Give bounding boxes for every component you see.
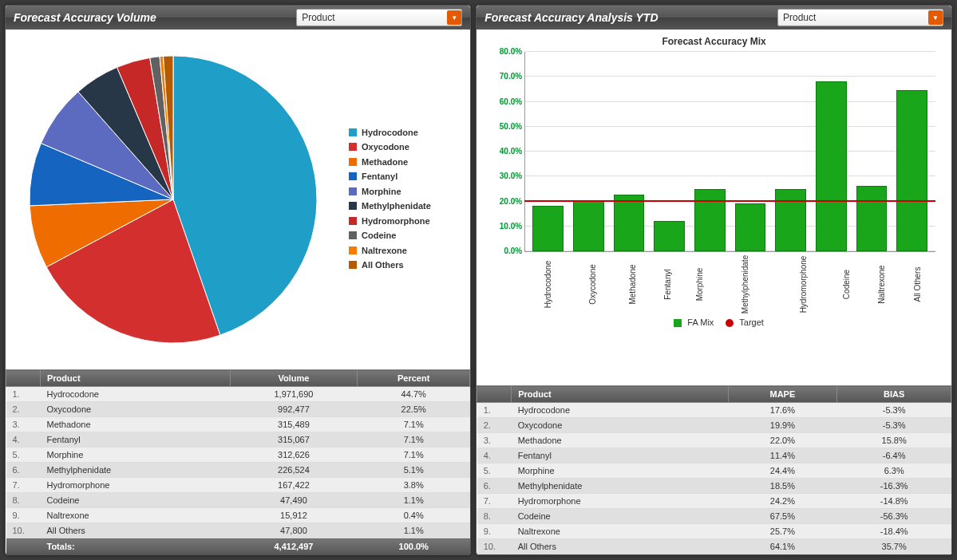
table-row: 8.Codeine67.5%-56.3%: [477, 509, 951, 524]
legend-swatch-icon: [349, 231, 357, 239]
table-row: 4.Fentanyl315,0677.1%: [6, 432, 470, 448]
dropdown-value: Product: [302, 12, 334, 23]
pie-legend: HydrocodoneOxycodoneMethadoneFentanylMor…: [349, 126, 431, 274]
legend-swatch-icon: [349, 143, 357, 151]
bar-chart: Forecast Accuracy Mix 0.0%10.0%20.0%30.0…: [477, 30, 951, 385]
x-axis-label: All Others: [888, 267, 948, 302]
legend-swatch-icon: [349, 172, 357, 180]
forecast-accuracy-analysis-panel: Forecast Accuracy Analysis YTD Product ▼…: [476, 5, 952, 555]
chevron-down-icon: ▼: [447, 10, 461, 25]
bar-chart-title: Forecast Accuracy Mix: [477, 36, 951, 47]
bar: [573, 200, 604, 251]
totals-percent: 100.0%: [358, 538, 470, 555]
legend-fa: FA Mix: [687, 317, 714, 327]
mape-table: Product MAPE BIAS 1.Hydrocodone17.6%-5.3…: [477, 385, 951, 554]
panel-header-right: Forecast Accuracy Analysis YTD Product ▼: [477, 6, 951, 30]
legend-item: All Others: [349, 258, 431, 272]
legend-item: Methadone: [349, 156, 431, 169]
col-percent: Percent: [358, 370, 470, 387]
bar: [614, 195, 645, 251]
product-dropdown-right[interactable]: Product ▼: [777, 9, 943, 26]
table-row: 7.Hydromorphone167,4223.8%: [6, 478, 470, 493]
col-volume: Volume: [230, 370, 358, 387]
x-axis-label: Methylphenidate: [716, 255, 776, 314]
bar: [816, 81, 847, 251]
panel-title: Forecast Accuracy Analysis YTD: [484, 11, 658, 24]
bar: [694, 189, 726, 251]
table-row: 5.Morphine24.4%6.3%: [477, 463, 951, 479]
legend-item: Morphine: [349, 185, 431, 199]
legend-swatch-icon: [349, 128, 357, 136]
bar: [775, 189, 806, 251]
table-row: 2.Oxycodone19.9%-5.3%: [477, 418, 951, 433]
col-bias: BIAS: [837, 386, 951, 403]
legend-target: Target: [739, 317, 764, 327]
table-row: 5.Morphine312,6267.1%: [6, 448, 470, 463]
dropdown-value: Product: [783, 12, 816, 23]
table-row: 10.All Others47,8001.1%: [6, 523, 470, 538]
bar: [896, 90, 927, 251]
bar-legend: FA Mix Target: [477, 317, 951, 327]
legend-item: Oxycodone: [349, 140, 431, 154]
panel-title: Forecast Accuracy Volume: [14, 11, 156, 24]
totals-label: Totals:: [41, 538, 231, 555]
chevron-down-icon: ▼: [928, 10, 943, 25]
legend-item: Hydrocodone: [349, 126, 431, 140]
table-row: 1.Hydrocodone1,971,69044.7%: [6, 387, 470, 402]
table-row: 8.Codeine47,4901.1%: [6, 493, 470, 508]
legend-swatch-icon: [349, 202, 357, 210]
table-row: 7.Hydromorphone24.2%-14.8%: [477, 494, 951, 509]
legend-item: Codeine: [349, 229, 431, 243]
totals-volume: 4,412,497: [230, 538, 358, 555]
legend-item: Naltrexone: [349, 244, 431, 258]
col-product: Product: [512, 386, 728, 403]
target-line: [524, 200, 935, 202]
col-mape: MAPE: [728, 386, 837, 403]
legend-swatch-icon: [349, 158, 357, 166]
col-index: [6, 370, 41, 387]
table-row: 6.Methylphenidate18.5%-16.3%: [477, 479, 951, 494]
legend-item: Methylphenidate: [349, 199, 431, 213]
legend-item: Hydromorphone: [349, 215, 431, 228]
volume-table: Product Volume Percent 1.Hydrocodone1,97…: [6, 369, 470, 554]
col-product: Product: [41, 370, 231, 387]
table-row: 9.Naltrexone15,9120.4%: [6, 508, 470, 523]
bar: [856, 186, 888, 251]
bar: [532, 206, 564, 251]
table-row: 6.Methylphenidate226,5245.1%: [6, 463, 470, 478]
product-dropdown-left[interactable]: Product ▼: [296, 9, 462, 26]
table-row: 9.Naltrexone25.7%-18.4%: [477, 524, 951, 539]
table-row: 10.All Others64.1%35.7%: [477, 539, 951, 554]
table-row: 4.Fentanyl11.4%-6.4%: [477, 448, 951, 463]
bar: [735, 203, 766, 251]
legend-swatch-icon: [349, 187, 357, 195]
panel-header-left: Forecast Accuracy Volume Product ▼: [6, 6, 470, 30]
legend-swatch-icon: [349, 217, 357, 225]
table-row: 3.Methadone22.0%15.8%: [477, 433, 951, 448]
pie-chart-svg: [14, 40, 333, 359]
legend-swatch-icon: [349, 261, 357, 269]
table-row: 2.Oxycodone992,47722.5%: [6, 402, 470, 417]
forecast-accuracy-volume-panel: Forecast Accuracy Volume Product ▼ Hydro…: [5, 5, 471, 555]
legend-swatch-icon: [349, 246, 357, 254]
legend-item: Fentanyl: [349, 170, 431, 183]
bar: [654, 221, 685, 251]
pie-chart: HydrocodoneOxycodoneMethadoneFentanylMor…: [6, 30, 470, 369]
target-swatch-icon: [726, 319, 734, 327]
table-row: 3.Methadone315,4897.1%: [6, 417, 470, 432]
table-row: 1.Hydrocodone17.6%-5.3%: [477, 403, 951, 418]
fa-mix-swatch-icon: [674, 319, 682, 327]
col-index: [477, 386, 512, 403]
